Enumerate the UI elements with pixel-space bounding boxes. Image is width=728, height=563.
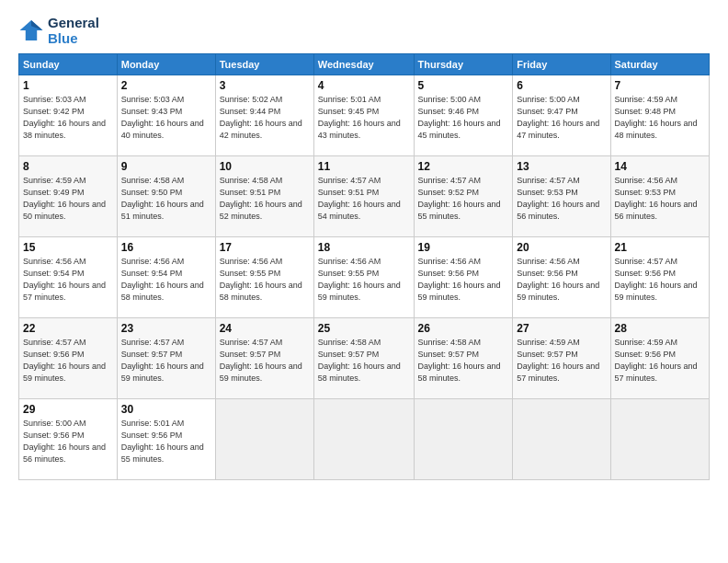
day-number: 25	[318, 322, 410, 335]
day-info: Sunrise: 4:57 AMSunset: 9:57 PMDaylight:…	[121, 337, 211, 385]
calendar-cell: 1 Sunrise: 5:03 AMSunset: 9:42 PMDayligh…	[19, 75, 118, 156]
calendar-cell: 15 Sunrise: 4:56 AMSunset: 9:54 PMDaylig…	[19, 237, 118, 318]
week-row-5: 29 Sunrise: 5:00 AMSunset: 9:56 PMDaylig…	[19, 399, 710, 480]
calendar-cell	[414, 399, 513, 480]
day-number: 27	[517, 322, 606, 335]
day-number: 26	[418, 322, 509, 335]
day-number: 18	[318, 241, 410, 254]
calendar-cell: 26 Sunrise: 4:58 AMSunset: 9:57 PMDaylig…	[414, 318, 513, 399]
day-number: 21	[615, 241, 705, 254]
day-info: Sunrise: 5:00 AMSunset: 9:56 PMDaylight:…	[23, 418, 113, 465]
calendar-cell: 27 Sunrise: 4:59 AMSunset: 9:57 PMDaylig…	[513, 318, 610, 399]
calendar-header-row: SundayMondayTuesdayWednesdayThursdayFrid…	[19, 54, 710, 75]
day-info: Sunrise: 4:59 AMSunset: 9:57 PMDaylight:…	[517, 337, 606, 385]
day-number: 9	[121, 160, 211, 173]
calendar-cell: 2 Sunrise: 5:03 AMSunset: 9:43 PMDayligh…	[117, 75, 215, 156]
day-info: Sunrise: 4:57 AMSunset: 9:53 PMDaylight:…	[517, 175, 606, 223]
calendar-cell: 6 Sunrise: 5:00 AMSunset: 9:47 PMDayligh…	[513, 75, 610, 156]
day-info: Sunrise: 5:03 AMSunset: 9:43 PMDaylight:…	[121, 94, 211, 142]
calendar-cell: 28 Sunrise: 4:59 AMSunset: 9:56 PMDaylig…	[610, 318, 709, 399]
calendar-cell: 10 Sunrise: 4:58 AMSunset: 9:51 PMDaylig…	[215, 156, 313, 237]
day-number: 22	[23, 322, 113, 335]
day-number: 19	[418, 241, 509, 254]
calendar-cell	[610, 399, 709, 480]
day-info: Sunrise: 4:57 AMSunset: 9:56 PMDaylight:…	[615, 256, 705, 304]
day-info: Sunrise: 5:00 AMSunset: 9:47 PMDaylight:…	[517, 94, 606, 142]
week-row-2: 8 Sunrise: 4:59 AMSunset: 9:49 PMDayligh…	[19, 156, 710, 237]
day-number: 12	[418, 160, 509, 173]
day-info: Sunrise: 4:58 AMSunset: 9:57 PMDaylight:…	[318, 337, 410, 385]
day-info: Sunrise: 4:58 AMSunset: 9:57 PMDaylight:…	[418, 337, 509, 385]
day-number: 23	[121, 322, 211, 335]
calendar-cell: 3 Sunrise: 5:02 AMSunset: 9:44 PMDayligh…	[215, 75, 313, 156]
week-row-1: 1 Sunrise: 5:03 AMSunset: 9:42 PMDayligh…	[19, 75, 710, 156]
day-info: Sunrise: 4:57 AMSunset: 9:57 PMDaylight:…	[220, 337, 310, 385]
day-info: Sunrise: 4:56 AMSunset: 9:55 PMDaylight:…	[220, 256, 310, 304]
calendar-cell: 12 Sunrise: 4:57 AMSunset: 9:52 PMDaylig…	[414, 156, 513, 237]
day-number: 16	[121, 241, 211, 254]
calendar-cell: 7 Sunrise: 4:59 AMSunset: 9:48 PMDayligh…	[610, 75, 709, 156]
day-info: Sunrise: 4:56 AMSunset: 9:55 PMDaylight:…	[318, 256, 410, 304]
calendar-cell	[513, 399, 610, 480]
calendar-cell: 5 Sunrise: 5:00 AMSunset: 9:46 PMDayligh…	[414, 75, 513, 156]
day-number: 14	[615, 160, 705, 173]
day-info: Sunrise: 5:01 AMSunset: 9:56 PMDaylight:…	[121, 418, 211, 465]
day-info: Sunrise: 4:59 AMSunset: 9:56 PMDaylight:…	[615, 337, 705, 385]
calendar-cell: 14 Sunrise: 4:56 AMSunset: 9:53 PMDaylig…	[610, 156, 709, 237]
week-row-4: 22 Sunrise: 4:57 AMSunset: 9:56 PMDaylig…	[19, 318, 710, 399]
day-number: 6	[517, 79, 606, 92]
calendar-cell: 11 Sunrise: 4:57 AMSunset: 9:51 PMDaylig…	[313, 156, 414, 237]
calendar-cell: 13 Sunrise: 4:57 AMSunset: 9:53 PMDaylig…	[513, 156, 610, 237]
calendar-cell: 30 Sunrise: 5:01 AMSunset: 9:56 PMDaylig…	[117, 399, 215, 480]
day-info: Sunrise: 4:57 AMSunset: 9:56 PMDaylight:…	[23, 337, 113, 385]
logo-text: General Blue	[48, 15, 99, 46]
header: General Blue	[18, 15, 710, 46]
calendar-cell: 9 Sunrise: 4:58 AMSunset: 9:50 PMDayligh…	[117, 156, 215, 237]
day-number: 30	[121, 403, 211, 416]
logo-icon	[18, 17, 44, 43]
day-info: Sunrise: 4:58 AMSunset: 9:51 PMDaylight:…	[220, 175, 310, 223]
day-info: Sunrise: 5:03 AMSunset: 9:42 PMDaylight:…	[23, 94, 113, 142]
day-info: Sunrise: 4:59 AMSunset: 9:49 PMDaylight:…	[23, 175, 113, 223]
day-number: 2	[121, 79, 211, 92]
day-info: Sunrise: 4:56 AMSunset: 9:54 PMDaylight:…	[121, 256, 211, 304]
col-header-wednesday: Wednesday	[313, 54, 414, 75]
day-info: Sunrise: 4:56 AMSunset: 9:53 PMDaylight:…	[615, 175, 705, 223]
day-number: 20	[517, 241, 606, 254]
day-info: Sunrise: 4:58 AMSunset: 9:50 PMDaylight:…	[121, 175, 211, 223]
col-header-saturday: Saturday	[610, 54, 709, 75]
day-number: 3	[220, 79, 310, 92]
day-number: 28	[615, 322, 705, 335]
col-header-friday: Friday	[513, 54, 610, 75]
day-number: 15	[23, 241, 113, 254]
calendar-cell: 22 Sunrise: 4:57 AMSunset: 9:56 PMDaylig…	[19, 318, 118, 399]
calendar-cell: 29 Sunrise: 5:00 AMSunset: 9:56 PMDaylig…	[19, 399, 118, 480]
logo: General Blue	[18, 15, 99, 46]
day-number: 4	[318, 79, 410, 92]
day-info: Sunrise: 5:02 AMSunset: 9:44 PMDaylight:…	[220, 94, 310, 142]
day-info: Sunrise: 4:57 AMSunset: 9:51 PMDaylight:…	[318, 175, 410, 223]
calendar-cell: 24 Sunrise: 4:57 AMSunset: 9:57 PMDaylig…	[215, 318, 313, 399]
week-row-3: 15 Sunrise: 4:56 AMSunset: 9:54 PMDaylig…	[19, 237, 710, 318]
day-info: Sunrise: 4:56 AMSunset: 9:56 PMDaylight:…	[517, 256, 606, 304]
day-number: 7	[615, 79, 705, 92]
day-number: 29	[23, 403, 113, 416]
calendar-cell	[313, 399, 414, 480]
calendar-cell: 8 Sunrise: 4:59 AMSunset: 9:49 PMDayligh…	[19, 156, 118, 237]
col-header-sunday: Sunday	[19, 54, 118, 75]
calendar-cell: 20 Sunrise: 4:56 AMSunset: 9:56 PMDaylig…	[513, 237, 610, 318]
calendar-cell: 25 Sunrise: 4:58 AMSunset: 9:57 PMDaylig…	[313, 318, 414, 399]
day-info: Sunrise: 4:56 AMSunset: 9:56 PMDaylight:…	[418, 256, 509, 304]
day-number: 1	[23, 79, 113, 92]
calendar-cell: 21 Sunrise: 4:57 AMSunset: 9:56 PMDaylig…	[610, 237, 709, 318]
calendar-cell: 23 Sunrise: 4:57 AMSunset: 9:57 PMDaylig…	[117, 318, 215, 399]
day-number: 10	[220, 160, 310, 173]
day-info: Sunrise: 5:00 AMSunset: 9:46 PMDaylight:…	[418, 94, 509, 142]
day-info: Sunrise: 4:56 AMSunset: 9:54 PMDaylight:…	[23, 256, 113, 304]
col-header-tuesday: Tuesday	[215, 54, 313, 75]
calendar-cell: 16 Sunrise: 4:56 AMSunset: 9:54 PMDaylig…	[117, 237, 215, 318]
calendar-cell: 19 Sunrise: 4:56 AMSunset: 9:56 PMDaylig…	[414, 237, 513, 318]
calendar-cell	[215, 399, 313, 480]
calendar-table: SundayMondayTuesdayWednesdayThursdayFrid…	[18, 53, 710, 480]
day-info: Sunrise: 4:57 AMSunset: 9:52 PMDaylight:…	[418, 175, 509, 223]
